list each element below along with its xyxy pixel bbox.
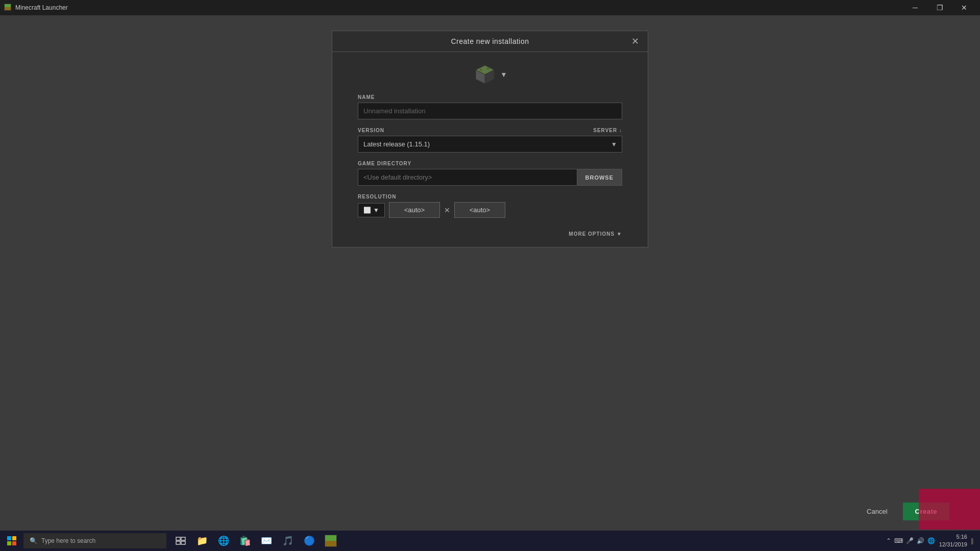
version-select-wrapper: Latest release (1.15.1) 1.14.4 1.13.2 1.… [358,136,622,153]
icon-area: ▼ [332,52,648,94]
cancel-button[interactable]: Cancel [856,503,897,520]
dialog-title: Create new installation [451,37,529,45]
title-bar-left: Minecraft Launcher [4,4,68,12]
form-body: NAME VERSION SERVER ↓ Latest release (1.… [332,94,648,218]
network-icon[interactable]: 🌐 [927,537,935,544]
search-icon: 🔍 [30,537,37,544]
resolution-label: RESOLUTION [358,194,622,199]
server-link[interactable]: SERVER ↓ [593,128,622,133]
start-button[interactable] [0,531,23,551]
version-group: VERSION SERVER ↓ Latest release (1.15.1)… [358,128,622,153]
restore-button[interactable]: ❐ [928,0,951,15]
create-installation-dialog: Create new installation ✕ ▼ [332,31,648,247]
svg-rect-12 [181,537,185,540]
icon-dropdown-button[interactable]: ▼ [500,70,507,79]
resolution-height-input[interactable] [454,202,505,218]
chevron-up-icon[interactable]: ⌃ [886,537,891,544]
taskbar-app-task-view[interactable] [170,531,191,551]
version-label-row: VERSION SERVER ↓ [358,128,622,133]
name-label: NAME [358,94,622,100]
directory-row: BROWSE [358,169,622,186]
dialog-header: Create new installation ✕ [332,31,648,52]
resolution-dropdown-arrow-icon: ▼ [373,207,379,214]
taskbar-time: 5:16 [939,533,967,541]
minimize-button[interactable]: ─ [903,0,927,15]
taskbar-date: 12/31/2019 [939,541,967,548]
name-group: NAME [358,94,622,119]
dialog-close-button[interactable]: ✕ [627,34,643,49]
more-options-row: MORE OPTIONS ▼ [332,226,648,237]
taskbar-search[interactable]: 🔍 Type here to search [23,533,166,548]
taskbar-datetime[interactable]: 5:16 12/31/2019 [939,533,967,549]
taskbar-app-mail[interactable]: ✉️ [256,531,277,551]
title-bar-controls: ─ ❐ ✕ [903,0,976,15]
game-directory-label: GAME DIRECTORY [358,161,622,166]
more-options-button[interactable]: MORE OPTIONS ▼ [569,231,622,237]
installation-icon [473,62,497,87]
chrome-icon: 🌐 [218,535,229,546]
resolution-group: RESOLUTION ⬜ ▼ ✕ [358,194,622,218]
resolution-row: ⬜ ▼ ✕ [358,202,622,218]
taskbar-app-edge[interactable]: 🔵 [299,531,320,551]
version-select[interactable]: Latest release (1.15.1) 1.14.4 1.13.2 1.… [358,136,622,153]
monitor-icon: ⬜ [363,207,371,214]
taskbar-system-icons: ⌃ ⌨ 🎤 🔊 🌐 [886,537,935,544]
title-bar-title: Minecraft Launcher [15,4,68,11]
more-options-label: MORE OPTIONS [569,231,615,237]
more-options-arrow-icon: ▼ [617,231,622,237]
taskbar-app-minecraft[interactable] [321,531,341,551]
app-icon [4,4,12,12]
bottom-buttons: Cancel Create [856,503,949,520]
version-label: VERSION [358,128,384,133]
taskbar: 🔍 Type here to search 📁 🌐 🛍️ ✉️ 🎵 [0,531,980,551]
file-explorer-icon: 📁 [197,535,208,546]
speaker-icon[interactable]: 🔊 [917,537,924,544]
svg-rect-13 [176,541,180,544]
edge-icon: 🔵 [304,535,315,546]
taskbar-search-text: Type here to search [41,537,95,544]
game-directory-group: GAME DIRECTORY BROWSE [358,161,622,186]
game-directory-input[interactable] [358,169,577,186]
svg-rect-10 [12,541,16,545]
keyboard-icon: ⌨ [894,537,903,544]
resolution-width-input[interactable] [389,202,440,218]
main-area: Create new installation ✕ ▼ [0,15,980,531]
taskbar-apps: 📁 🌐 🛍️ ✉️ 🎵 🔵 [170,531,341,551]
svg-rect-9 [7,541,11,545]
microphone-icon: 🎤 [906,537,914,544]
show-desktop-button[interactable]: ▌ [971,538,975,544]
taskbar-app-file-explorer[interactable]: 📁 [192,531,212,551]
music-icon: 🎵 [282,535,293,546]
windows-logo-icon [7,536,16,545]
svg-rect-11 [176,537,180,540]
minecraft-icon [325,535,337,547]
close-window-button[interactable]: ✕ [952,0,976,15]
title-bar: Minecraft Launcher ─ ❐ ✕ [0,0,980,15]
mail-icon: ✉️ [261,535,272,546]
taskbar-app-store[interactable]: 🛍️ [235,531,255,551]
taskbar-right: ⌃ ⌨ 🎤 🔊 🌐 5:16 12/31/2019 ▌ [881,533,980,549]
taskbar-app-groove[interactable]: 🎵 [278,531,298,551]
taskbar-app-chrome[interactable]: 🌐 [213,531,234,551]
browse-button[interactable]: BROWSE [577,169,623,186]
svg-rect-14 [181,541,185,544]
create-button[interactable]: Create [903,503,949,520]
resolution-x-separator: ✕ [444,206,450,214]
svg-rect-8 [12,536,16,540]
svg-rect-7 [7,536,11,540]
resolution-icon-button[interactable]: ⬜ ▼ [358,203,385,217]
task-view-icon [176,536,186,546]
store-icon: 🛍️ [239,535,251,546]
name-input[interactable] [358,103,622,119]
